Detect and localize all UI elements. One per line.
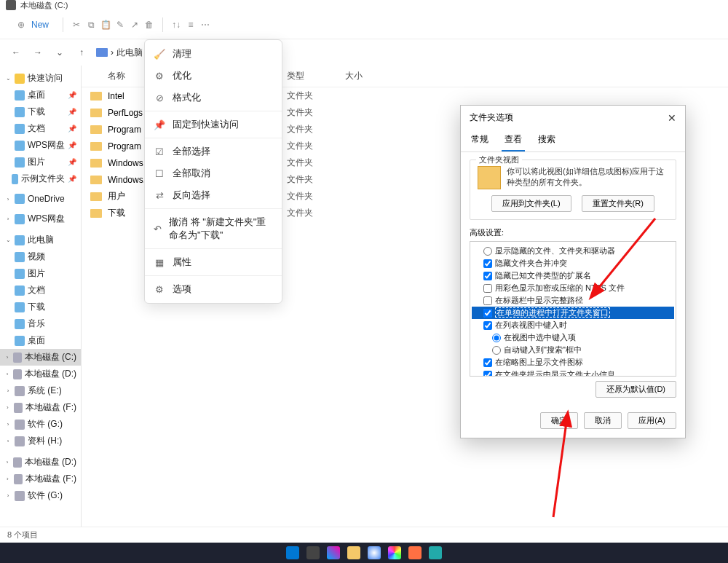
close-button[interactable]: ✕ xyxy=(668,112,676,124)
paste-icon[interactable]: 📋 xyxy=(100,19,111,31)
folder-icon xyxy=(90,125,102,134)
sidebar-item[interactable]: 桌面📌 xyxy=(0,87,81,103)
sidebar-item[interactable]: 下载 xyxy=(0,299,81,315)
option-checkbox[interactable] xyxy=(483,296,492,305)
sidebar-item[interactable]: 图片 xyxy=(0,265,81,282)
sidebar-item[interactable]: WPS网盘📌 xyxy=(0,137,81,154)
tab-general[interactable]: 常规 xyxy=(468,130,491,151)
advanced-option[interactable]: 在单独的进程中打开文件夹窗口 xyxy=(472,307,674,319)
menu-item[interactable]: ⚙选项 xyxy=(145,278,282,300)
reset-folders-button[interactable]: 重置文件夹(R) xyxy=(582,195,654,212)
sidebar-item[interactable]: 视频 xyxy=(0,248,81,265)
menu-item[interactable]: ⇄反向选择 xyxy=(145,184,282,206)
sidebar-group[interactable]: ›OneDrive xyxy=(0,192,81,206)
menu-icon: ⊘ xyxy=(154,92,165,103)
tab-search[interactable]: 搜索 xyxy=(535,130,558,151)
search-icon[interactable] xyxy=(306,546,320,559)
option-radio[interactable] xyxy=(492,334,501,342)
copy-icon[interactable]: ⧉ xyxy=(85,19,97,31)
option-checkbox[interactable] xyxy=(483,371,492,377)
up-button[interactable]: ↑ xyxy=(74,45,89,60)
advanced-option[interactable]: 在列表视图中键入时 xyxy=(472,319,674,331)
sidebar-item[interactable]: 图片📌 xyxy=(0,154,81,170)
sidebar-item[interactable]: ›软件 (G:) xyxy=(0,487,81,504)
advanced-option[interactable]: 隐藏文件夹合并冲突 xyxy=(472,257,674,269)
option-radio[interactable] xyxy=(492,346,501,355)
apply-to-folders-button[interactable]: 应用到文件夹(L) xyxy=(491,195,571,212)
tab-view[interactable]: 查看 xyxy=(502,130,525,151)
sidebar-item[interactable]: ›系统 (E:) xyxy=(0,382,81,399)
breadcrumb-pc[interactable]: 此电脑 xyxy=(116,47,143,59)
share-icon[interactable]: ↗ xyxy=(129,19,141,31)
explorer-icon[interactable] xyxy=(347,546,360,559)
advanced-option[interactable]: 在缩略图上显示文件图标 xyxy=(472,356,674,369)
sidebar-item[interactable]: ›本地磁盘 (C:) xyxy=(0,349,81,366)
sort-icon[interactable]: ↑↓ xyxy=(170,19,182,31)
option-checkbox[interactable] xyxy=(483,309,492,318)
menu-item[interactable]: ⚙优化 xyxy=(145,65,282,87)
app-icon[interactable] xyxy=(408,546,422,559)
advanced-option[interactable]: 在视图中选中键入项 xyxy=(472,331,674,344)
advanced-option[interactable]: 隐藏已知文件类型的扩展名 xyxy=(472,269,674,282)
sidebar-item[interactable]: ›软件 (G:) xyxy=(0,416,81,433)
taskview-icon[interactable] xyxy=(327,546,340,559)
menu-item[interactable]: 📌固定到快速访问 xyxy=(145,114,282,135)
option-label: 在列表视图中键入时 xyxy=(495,320,567,331)
file-type: 文件夹 xyxy=(287,90,345,102)
new-button[interactable]: ⊕ New xyxy=(9,15,55,34)
sidebar-group[interactable]: ⌄此电脑 xyxy=(0,232,81,248)
menu-item[interactable]: 🧹清理 xyxy=(145,43,282,65)
sidebar-item[interactable]: 下载📌 xyxy=(0,103,81,120)
back-button[interactable]: ← xyxy=(9,45,23,60)
advanced-settings-list[interactable]: 显示隐藏的文件、文件夹和驱动器隐藏文件夹合并冲突隐藏已知文件类型的扩展名用彩色显… xyxy=(470,241,676,377)
sidebar-item[interactable]: 音乐 xyxy=(0,315,81,332)
option-radio[interactable] xyxy=(483,247,492,256)
advanced-option[interactable]: 显示隐藏的文件、文件夹和驱动器 xyxy=(472,245,674,257)
advanced-option[interactable]: 用彩色显示加密或压缩的 NTFS 文件 xyxy=(472,282,674,294)
sidebar-item[interactable]: ›资料 (H:) xyxy=(0,433,81,449)
chrome-icon[interactable] xyxy=(368,546,381,559)
sidebar-item[interactable]: ›本地磁盘 (D:) xyxy=(0,366,81,382)
ok-button[interactable]: 确定 xyxy=(540,412,578,429)
advanced-option[interactable]: 自动键入到"搜索"框中 xyxy=(472,344,674,356)
option-checkbox[interactable] xyxy=(483,321,492,330)
view-icon[interactable]: ≡ xyxy=(185,19,197,31)
more-icon[interactable]: ⋯ xyxy=(199,19,211,31)
recent-dropdown[interactable]: ⌄ xyxy=(52,45,67,60)
sidebar-group[interactable]: ›WPS网盘 xyxy=(0,210,81,227)
browser-icon[interactable] xyxy=(388,546,401,559)
menu-item[interactable]: ▦属性 xyxy=(145,251,282,273)
menu-item[interactable]: ↶撤消 将 "新建文件夹"重命名为"下载" xyxy=(145,211,282,246)
delete-icon[interactable]: 🗑 xyxy=(143,19,155,31)
restore-defaults-button[interactable]: 还原为默认值(D) xyxy=(596,381,676,398)
sidebar-group[interactable]: ⌄快速访问 xyxy=(0,70,81,87)
cut-icon[interactable]: ✂ xyxy=(71,19,82,31)
sidebar-item[interactable]: ›本地磁盘 (F:) xyxy=(0,471,81,487)
option-checkbox[interactable] xyxy=(483,284,492,293)
start-button[interactable] xyxy=(286,546,299,559)
file-type: 文件夹 xyxy=(287,123,345,135)
rename-icon[interactable]: ✎ xyxy=(114,19,126,31)
menu-item[interactable]: ☑全部选择 xyxy=(145,141,282,162)
option-checkbox[interactable] xyxy=(483,272,492,280)
file-type: 文件夹 xyxy=(287,140,345,152)
sidebar-item[interactable]: ›本地磁盘 (D:) xyxy=(0,454,81,471)
cancel-button[interactable]: 取消 xyxy=(584,412,622,429)
advanced-option[interactable]: 在标题栏中显示完整路径 xyxy=(472,294,674,307)
forward-button[interactable]: → xyxy=(31,45,45,60)
apply-button[interactable]: 应用(A) xyxy=(628,412,676,429)
sidebar-item[interactable]: 文档📌 xyxy=(0,120,81,137)
advanced-option[interactable]: 在文件夹提示中显示文件大小信息 xyxy=(472,369,674,377)
col-size[interactable]: 大小 xyxy=(345,70,389,82)
col-type[interactable]: 类型 xyxy=(287,70,345,82)
sidebar-item[interactable]: 桌面 xyxy=(0,332,81,349)
option-checkbox[interactable] xyxy=(483,358,492,367)
menu-item[interactable]: ⊘格式化 xyxy=(145,87,282,109)
option-checkbox[interactable] xyxy=(483,259,492,268)
folder-icon xyxy=(90,142,102,151)
app-icon-2[interactable] xyxy=(429,546,442,559)
menu-item[interactable]: ☐全部取消 xyxy=(145,162,282,184)
sidebar-item[interactable]: ›本地磁盘 (F:) xyxy=(0,399,81,416)
sidebar-item[interactable]: 示例文件夹📌 xyxy=(0,170,81,187)
sidebar-item[interactable]: 文档 xyxy=(0,282,81,299)
